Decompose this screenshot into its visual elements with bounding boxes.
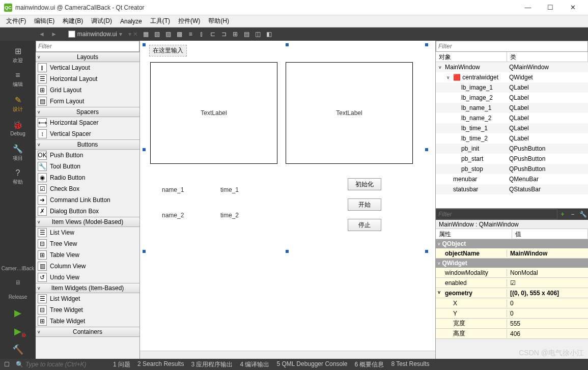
resize-handle[interactable] <box>425 250 428 253</box>
lb-time-2[interactable]: time_2 <box>220 212 239 219</box>
break-layout-icon[interactable]: ◫ <box>252 29 263 40</box>
property-row[interactable]: X0 <box>436 298 588 308</box>
mode-帮助[interactable]: ?帮助 <box>5 166 31 188</box>
maximize-button[interactable]: ☐ <box>539 1 562 15</box>
object-inspector-filter-input[interactable] <box>436 41 588 52</box>
resize-handle[interactable] <box>143 148 146 151</box>
object-tree-row[interactable]: lb_image_1QLabel <box>436 82 588 93</box>
menu-item[interactable]: 工具(T) <box>146 15 174 27</box>
object-tree-row[interactable]: v MainWindowQMainWindow <box>436 62 588 72</box>
resize-handle[interactable] <box>143 250 146 253</box>
widget-item[interactable]: ⊞Table Widget <box>36 316 139 327</box>
property-row[interactable]: vgeometry[(0, 0), 555 x 406] <box>436 288 588 298</box>
widget-item[interactable]: ☑Check Box <box>36 183 139 194</box>
lb-image-1[interactable]: TextLabel <box>150 62 277 164</box>
lb-image-2[interactable]: TextLabel <box>286 62 413 164</box>
layout-h-icon[interactable]: ≡ <box>185 29 196 40</box>
property-row[interactable]: 高度406 <box>436 329 588 339</box>
resize-handle[interactable] <box>286 250 289 253</box>
widget-item[interactable]: ↕Vertical Spacer <box>36 128 139 139</box>
run-button[interactable]: ▶ <box>0 304 36 322</box>
property-row[interactable]: Y0 <box>436 308 588 319</box>
edit-buddies-icon[interactable]: ▨ <box>162 29 174 40</box>
menu-item[interactable]: 文件(F) <box>2 15 30 27</box>
widget-item[interactable]: ⟷Horizontal Spacer <box>36 117 139 128</box>
property-group[interactable]: v QWidget <box>436 259 588 268</box>
widget-item[interactable]: OKPush Button <box>36 150 139 161</box>
build-config-label[interactable]: Release <box>0 290 36 304</box>
property-row[interactable]: windowModalityNonModal <box>436 268 588 278</box>
property-grid[interactable]: v QObjectobjectNameMainWindowv QWidgetwi… <box>436 239 588 359</box>
locator[interactable]: 🔍 <box>16 360 107 369</box>
widget-item[interactable]: ⊟Tree View <box>36 238 139 249</box>
widget-item[interactable]: ⊞Table View <box>36 249 139 261</box>
output-pane-tab[interactable]: 3 应用程序输出 <box>191 360 233 369</box>
lb-name-1[interactable]: name_1 <box>162 186 184 193</box>
edit-widgets-icon[interactable]: ▦ <box>140 29 151 40</box>
mode-设计[interactable]: ✎设计 <box>5 93 31 115</box>
layout-form-icon[interactable]: ▤ <box>241 29 252 40</box>
widget-item[interactable]: ▥Column View <box>36 261 139 272</box>
menu-item[interactable]: 控件(W) <box>174 15 204 27</box>
mode-欢迎[interactable]: ⊞欢迎 <box>5 44 31 66</box>
minimize-button[interactable]: — <box>517 1 539 15</box>
object-tree-row[interactable]: pb_initQPushButton <box>436 144 588 154</box>
widgetbox-filter-input[interactable] <box>36 41 139 52</box>
open-file-tab[interactable]: mainwindow.ui ▾ <box>64 31 126 38</box>
build-button[interactable]: 🔨 <box>0 340 36 359</box>
widget-item[interactable]: ☰Horizontal Layout <box>36 73 139 84</box>
menu-item[interactable]: 调试(D) <box>87 15 116 27</box>
debug-button[interactable]: ▶🐞 <box>0 322 36 340</box>
lb-time-1[interactable]: time_1 <box>220 186 239 193</box>
remove-property-icon[interactable]: − <box>568 209 578 219</box>
widget-category[interactable]: vContainers <box>36 327 139 337</box>
adjust-size-icon[interactable]: ◧ <box>263 29 274 40</box>
property-row[interactable]: enabled☑ <box>436 278 588 288</box>
output-pane-tab[interactable]: 2 Search Results <box>137 360 184 369</box>
widget-category[interactable]: vItem Views (Model-Based) <box>36 217 139 227</box>
design-canvas[interactable]: 在这里输入 TextLabel TextLabel name_1 time_1 … <box>140 41 435 351</box>
layout-grid-icon[interactable]: ⊞ <box>230 29 241 40</box>
build-config-selector[interactable]: 🖥 <box>0 275 36 290</box>
close-button[interactable]: ✕ <box>562 1 584 15</box>
layout-vsplit-icon[interactable]: ⊐ <box>218 29 230 40</box>
resize-handle[interactable] <box>425 148 428 151</box>
form-mainwindow[interactable]: 在这里输入 TextLabel TextLabel name_1 time_1 … <box>144 45 427 251</box>
pb-stop[interactable]: 停止 <box>348 219 381 231</box>
edit-tab-order-icon[interactable]: ▩ <box>174 29 185 40</box>
mode-Debug[interactable]: 🐞Debug <box>5 117 31 139</box>
property-row[interactable]: 宽度555 <box>436 319 588 329</box>
add-property-icon[interactable]: + <box>557 209 568 219</box>
widget-category[interactable]: vButtons <box>36 139 139 150</box>
widget-category[interactable]: vLayouts <box>36 52 139 62</box>
menu-item[interactable]: Analyze <box>116 16 146 26</box>
object-tree-row[interactable]: pb_stopQPushButton <box>436 164 588 174</box>
widget-item[interactable]: ⊞Grid Layout <box>36 84 139 96</box>
object-tree-row[interactable]: lb_name_2QLabel <box>436 113 588 123</box>
object-tree-row[interactable]: menubarQMenuBar <box>436 174 588 184</box>
pb-init[interactable]: 初始化 <box>348 178 381 190</box>
widget-category[interactable]: vSpacers <box>36 107 139 117</box>
menu-item[interactable]: 编辑(E) <box>30 15 59 27</box>
output-pane-tab[interactable]: 1 问题 <box>113 360 130 369</box>
object-tree-row[interactable]: statusbarQStatusBar <box>436 184 588 194</box>
menu-item[interactable]: 构建(B) <box>59 15 87 27</box>
object-tree-row[interactable]: v🟥 centralwidgetQWidget <box>436 72 588 82</box>
edit-signals-icon[interactable]: ▧ <box>151 29 162 40</box>
widget-item[interactable]: ⊟Tree Widget <box>36 304 139 316</box>
property-menu-icon[interactable]: 🔧 <box>578 209 588 219</box>
object-tree-row[interactable]: lb_time_2QLabel <box>436 133 588 144</box>
pb-start[interactable]: 开始 <box>348 198 381 211</box>
object-tree[interactable]: v MainWindowQMainWindowv🟥 centralwidgetQ… <box>436 62 588 208</box>
layout-v-icon[interactable]: ⫿ <box>196 29 207 40</box>
close-pane-icon[interactable]: ☐ <box>4 361 10 368</box>
layout-hsplit-icon[interactable]: ⊏ <box>207 29 218 40</box>
widget-item[interactable]: 🔧Tool Button <box>36 161 139 172</box>
resize-handle[interactable] <box>143 43 146 46</box>
widget-item[interactable]: ☰List Widget <box>36 293 139 304</box>
object-tree-row[interactable]: lb_name_1QLabel <box>436 103 588 113</box>
col-class[interactable]: 类 <box>507 52 588 62</box>
property-row[interactable]: objectNameMainWindow <box>436 248 588 259</box>
nav-fwd-icon[interactable]: ► <box>48 31 60 38</box>
widget-item[interactable]: ✗Dialog Button Box <box>36 206 139 217</box>
